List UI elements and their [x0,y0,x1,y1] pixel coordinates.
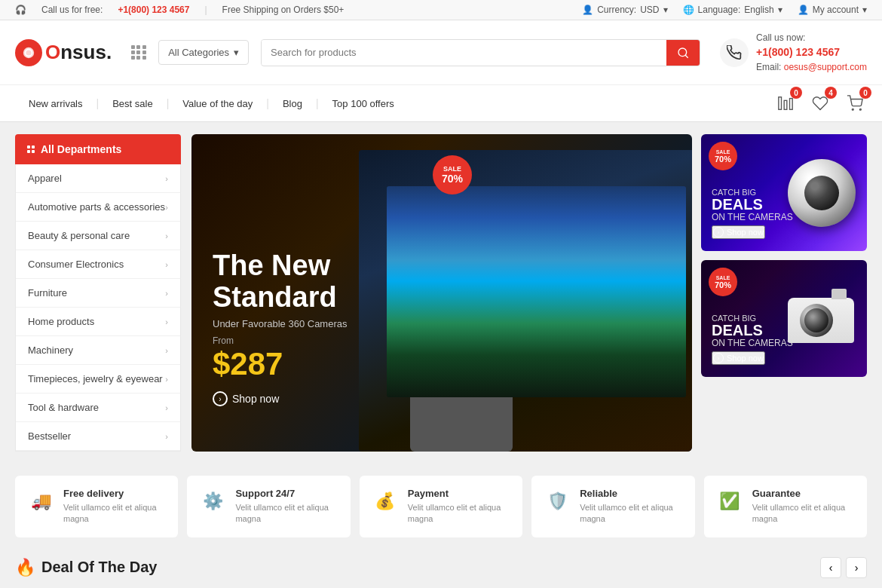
top-bar-right: 👤 Currency: USD ▾ 🌐 Language: English ▾ … [582,5,867,15]
compare-icon-wrap[interactable]: 0 [773,91,798,115]
sidebar-item-label: Machinery [28,345,73,356]
contact-phone[interactable]: +1(800) 123 4567 [756,44,867,60]
sidebar-item-machinery[interactable]: Machinery › [16,336,180,365]
nav-value-day[interactable]: Value of the day [169,89,266,118]
guarantee-icon: ✅ [716,488,743,515]
features-section: 🚚 Free delivery Velit ullamco elit et al… [0,464,882,550]
circle-arrow-icon: › [713,353,724,363]
nav-icons: 0 4 0 [773,85,867,121]
feature-guarantee-title: Guarantee [752,488,855,499]
hero-tv-image [359,150,692,452]
top-bar-phone[interactable]: +1(800) 123 4567 [118,5,189,15]
currency-value: USD [640,5,659,15]
cart-badge: 0 [859,87,871,99]
svg-rect-4 [779,97,782,110]
feature-reliable: 🛡️ Reliable Velit ullamco elit et aliqua… [531,476,694,537]
hero-shop-button[interactable]: › Shop now [213,391,279,406]
deal-prev-button[interactable]: ‹ [820,557,841,578]
feature-support-title: Support 24/7 [235,488,338,499]
sidebar-item-apparel[interactable]: Apparel › [16,164,180,193]
logo[interactable]: Onsus. [15,39,112,66]
chevron-right-icon: › [165,317,168,326]
account-menu[interactable]: 👤 My account ▾ [798,5,867,15]
side-banner-1-content: CATCH BIG DEALS ON THE CAMERAS › Shop no… [712,188,793,239]
top-bar: 🎧 Call us for free: +1(800) 123 4567 | F… [0,0,882,20]
sidebar-item-label: Home products [28,316,94,327]
search-bar [261,39,700,66]
logo-icon [15,39,42,66]
sidebar-item-beauty[interactable]: Beauty & personal care › [16,222,180,250]
sidebar-item-label: Apparel [28,173,62,184]
hero-banner: SALE 70% The New Standard Under Favorabl… [191,134,692,452]
sidebar-item-label: Timepieces, jewelry & eyewear [28,373,163,384]
sidebar-item-tools[interactable]: Tool & hardware › [16,394,180,422]
chevron-right-icon: › [165,432,168,441]
side-banner-2-shop-button[interactable]: › Shop now [712,351,765,365]
nav-blog[interactable]: Blog [269,89,316,118]
hero-subtitle: Under Favorable 360 Cameras [213,318,347,329]
feature-reliable-text: Reliable Velit ullamco elit et aliqua ma… [580,488,682,525]
chevron-right-icon: › [165,174,168,183]
chevron-right-icon: › [165,260,168,269]
side-sale-pct-1: 70% [715,155,731,164]
side-banner-1-shop-button[interactable]: › Shop now [712,225,765,239]
chevron-right-icon: › [165,231,168,240]
account-icon: 👤 [798,5,809,15]
nav-best-sale[interactable]: Best sale [99,89,166,118]
side-banner-2-shop-label: Shop now [727,354,764,363]
sidebar-item-automotive[interactable]: Automotive parts & accessories › [16,193,180,222]
sidebar-header: All Departments [15,134,181,164]
side-banner-1: SALE 70% CATCH BIG DEALS ON THE CAMERAS [701,134,867,251]
sidebar-item-furniture[interactable]: Furniture › [16,279,180,308]
cart-icon-wrap[interactable]: 0 [843,91,867,115]
sidebar-item-label: Bestseller [28,430,71,442]
sidebar-item-electronics[interactable]: Consumer Electronics › [16,250,180,279]
cart-icon [847,95,863,112]
sidebar-item-bestseller[interactable]: Bestseller › [16,422,180,451]
contact-call-label: Call us now: [756,31,867,44]
side-banner-1-shop-label: Shop now [727,228,764,237]
nav-top100[interactable]: Top 100 offers [319,89,408,118]
svg-line-3 [685,55,688,58]
hero-sale-badge: SALE 70% [433,155,472,194]
top-bar-phone-label: Call us for free: [41,5,103,15]
grid-menu-icon[interactable] [131,45,146,60]
svg-point-8 [859,109,861,110]
side-sale-pct-2: 70% [715,280,731,289]
deal-section: 🔥 Deal Of The Day ‹ › SALE 70% 72 SALE [0,550,882,588]
feature-support-desc: Velit ullamco elit et aliqua magna [235,502,338,525]
nav-new-arrivals[interactable]: New arrivals [15,89,96,118]
deal-next-button[interactable]: › [846,557,867,578]
language-selector[interactable]: 🌐 Language: English ▾ [683,5,782,15]
sidebar-item-label: Automotive parts & accessories [28,201,165,213]
currency-selector[interactable]: 👤 Currency: USD ▾ [582,5,667,15]
hero-from: From [213,335,347,346]
chevron-right-icon: › [165,375,168,384]
hero-area: SALE 70% The New Standard Under Favorabl… [191,134,867,452]
hero-shop-label: Shop now [232,393,279,405]
currency-label: Currency: [597,5,636,15]
category-label: All Categories [168,47,229,58]
compare-icon [777,95,794,112]
chevron-right-icon: › [165,289,168,298]
wishlist-icon-wrap[interactable]: 4 [808,91,832,115]
contact-email[interactable]: oesus@support.com [784,62,867,72]
sidebar-item-timepieces[interactable]: Timepieces, jewelry & eyewear › [16,365,180,394]
search-input[interactable] [262,40,666,65]
phone-icon [720,38,749,67]
feature-reliable-title: Reliable [580,488,682,499]
svg-rect-5 [784,100,787,109]
search-button[interactable] [666,40,700,66]
payment-icon: 💰 [372,488,399,515]
side-banner-1-deals: DEALS [712,197,793,212]
header: Onsus. All Categories ▾ Call us now: +1(… [0,20,882,85]
compare-badge: 0 [790,87,802,99]
feature-payment-text: Payment Velit ullamco elit et aliqua mag… [408,488,510,525]
hero-title: The New Standard [213,250,347,314]
feature-delivery-text: Free delivery Velit ullamco elit et aliq… [63,488,166,525]
sidebar-item-home-products[interactable]: Home products › [16,308,180,336]
sidebar-menu: Apparel › Automotive parts & accessories… [15,164,181,452]
sidebar-header-label: All Departments [41,143,121,155]
logo-text: Onsus. [45,41,112,64]
category-dropdown[interactable]: All Categories ▾ [158,40,249,65]
